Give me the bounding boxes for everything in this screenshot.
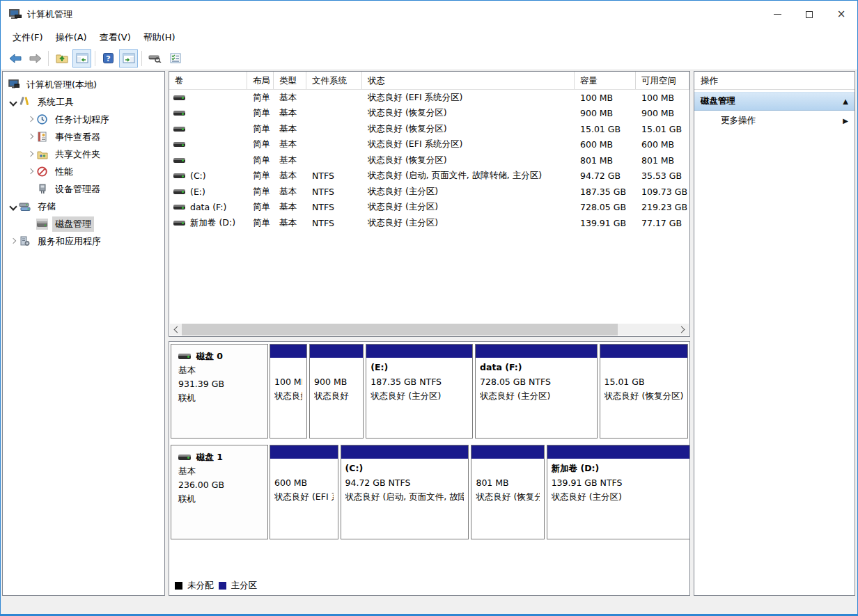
menu-action[interactable]: 操作(A) — [49, 29, 93, 47]
menu-file[interactable]: 文件(F) — [6, 29, 49, 47]
up-level-button[interactable] — [52, 49, 71, 68]
volume-row[interactable]: 简单 基本 状态良好 (EFI 系统分区) 600 MB 600 MB — [169, 137, 689, 153]
volume-row[interactable]: 新加卷 (D:) 简单 基本 NTFS 状态良好 (主分区) 139.91 GB… — [169, 215, 689, 231]
volume-icon — [173, 127, 185, 132]
chevron-collapsed-icon[interactable] — [25, 132, 36, 143]
maximize-button[interactable] — [793, 1, 825, 28]
scrollbar-track[interactable] — [182, 324, 677, 335]
partition-recovery2[interactable]: 15.01 GB 状态良好 (恢复分区) — [600, 344, 688, 439]
volume-name: (E:) — [190, 187, 205, 197]
minimize-button[interactable] — [761, 1, 793, 28]
tree-item-label: 存储 — [35, 199, 58, 214]
volume-fs: NTFS — [306, 187, 362, 197]
column-header-type[interactable]: 类型 — [274, 72, 306, 89]
volume-row[interactable]: 简单 基本 状态良好 (恢复分区) 801 MB 801 MB — [169, 152, 689, 168]
tree-item-storage[interactable]: 存储 — [3, 198, 164, 215]
column-header-status[interactable]: 状态 — [362, 72, 575, 89]
volume-free: 77.17 GB — [636, 218, 689, 228]
actions-section-disk-management[interactable]: 磁盘管理 ▲ — [694, 92, 855, 111]
submenu-arrow-icon: ▶ — [843, 117, 848, 125]
volume-type: 基本 — [274, 139, 306, 150]
volume-row[interactable]: (E:) 简单 基本 NTFS 状态良好 (主分区) 187.35 GB 109… — [169, 184, 689, 200]
scrollbar-thumb[interactable] — [182, 324, 618, 335]
tree-item-event-viewer[interactable]: 事件查看器 — [3, 128, 164, 145]
tree-item-services-applications[interactable]: 服务和应用程序 — [3, 232, 164, 250]
partition-info: 728.05 GB NTFS — [480, 375, 592, 390]
event-viewer-icon — [36, 132, 48, 143]
chevron-expanded-icon[interactable] — [8, 97, 19, 108]
partition-label: data (F:) — [480, 361, 592, 375]
menu-view[interactable]: 查看(V) — [93, 29, 137, 47]
back-button[interactable] — [6, 49, 24, 68]
volume-capacity: 94.72 GB — [575, 171, 636, 181]
volume-capacity: 801 MB — [575, 155, 636, 166]
computer-management-window: 计算机管理 × 文件(F) 操作(A) 查看(V) 帮助(H) ? — [0, 0, 858, 616]
chevron-collapsed-icon[interactable] — [25, 166, 36, 177]
partition-e[interactable]: (E:) 187.35 GB NTFS 状态良好 (主分区) — [366, 344, 473, 439]
partition-status: 状态良好 — [274, 389, 302, 404]
chevron-collapsed-icon[interactable] — [25, 149, 36, 160]
partition-status: 状态良好 — [314, 389, 359, 404]
console-tree-toggle-button[interactable] — [72, 49, 91, 68]
disk-1-label[interactable]: 磁盘 1 基本 236.00 GB 联机 — [171, 445, 268, 539]
more-actions-item[interactable]: 更多操作 ▶ — [694, 111, 855, 130]
properties-list-button[interactable] — [166, 49, 185, 68]
status-bar — [1, 596, 857, 614]
tree-item-system-tools[interactable]: 系统工具 — [3, 93, 164, 111]
partition-efi[interactable]: 100 MB 状态良好 — [270, 344, 307, 439]
partition-recovery[interactable]: 801 MB 状态良好 (恢复分区) — [471, 445, 544, 539]
volume-layout: 简单 — [247, 123, 274, 135]
volume-row[interactable]: 简单 基本 状态良好 (恢复分区) 15.01 GB 15.01 GB — [169, 121, 689, 137]
volume-row[interactable]: (C:) 简单 基本 NTFS 状态良好 (启动, 页面文件, 故障转储, 主分… — [169, 168, 689, 184]
partition-info: 801 MB — [476, 476, 539, 491]
partition-d[interactable]: 新加卷 (D:) 139.91 GB NTFS 状态良好 (主分区) — [547, 445, 690, 539]
disk-size: 236.00 GB — [178, 478, 260, 492]
menu-help[interactable]: 帮助(H) — [137, 29, 182, 47]
scroll-left-arrow-icon[interactable] — [170, 324, 182, 335]
volume-row[interactable]: 简单 基本 状态良好 (恢复分区) 900 MB 900 MB — [169, 106, 689, 122]
forward-button[interactable] — [26, 49, 45, 68]
chevron-collapsed-icon[interactable] — [8, 236, 19, 247]
tree-item-device-manager[interactable]: 设备管理器 — [3, 180, 164, 198]
partition-efi[interactable]: 600 MB 状态良好 (EFI 系统分区) — [270, 445, 338, 539]
column-header-free-space[interactable]: 可用空间 — [636, 72, 689, 89]
chevron-collapsed-icon[interactable] — [25, 114, 36, 125]
action-pane-toggle-button[interactable] — [119, 49, 138, 68]
disk-0-row: 磁盘 0 基本 931.39 GB 联机 100 MB 状态良好 — [171, 344, 688, 439]
chevron-expanded-icon[interactable] — [8, 201, 19, 212]
volume-status: 状态良好 (主分区) — [362, 217, 575, 229]
partition-status: 状态良好 (恢复分区) — [604, 389, 683, 404]
volume-type: 基本 — [274, 170, 306, 182]
tree-item-task-scheduler[interactable]: 任务计划程序 — [3, 111, 164, 128]
volume-fs: NTFS — [306, 202, 362, 212]
close-button[interactable]: × — [825, 1, 857, 28]
scroll-right-arrow-icon[interactable] — [677, 324, 689, 335]
console-tree-pane: 计算机管理(本地) 系统工具 任务计划程序 — [2, 71, 165, 596]
partition-data-f[interactable]: data (F:) 728.05 GB NTFS 状态良好 (主分区) — [475, 344, 597, 439]
partition-type-bar — [476, 345, 596, 359]
tree-item-disk-management[interactable]: 磁盘管理 — [3, 215, 164, 232]
tree-item-computer-management[interactable]: 计算机管理(本地) — [3, 76, 164, 93]
column-header-layout[interactable]: 布局 — [247, 72, 274, 89]
volume-capacity: 187.35 GB — [575, 187, 636, 197]
volume-layout: 简单 — [247, 155, 274, 166]
volume-row[interactable]: data (F:) 简单 基本 NTFS 状态良好 (主分区) 728.05 G… — [169, 200, 689, 216]
disk-0-label[interactable]: 磁盘 0 基本 931.39 GB 联机 — [171, 344, 268, 439]
rescan-disks-button[interactable] — [146, 49, 164, 68]
partition-c[interactable]: (C:) 94.72 GB NTFS 状态良好 (启动, 页面文件, 故障转储,… — [341, 445, 469, 539]
partition-recovery[interactable]: 900 MB 状态良好 — [309, 344, 364, 439]
close-icon: × — [837, 9, 846, 19]
tree-item-shared-folders[interactable]: 共享文件夹 — [3, 145, 164, 163]
volume-row[interactable]: 简单 基本 状态良好 (EFI 系统分区) 100 MB 100 MB — [169, 90, 689, 106]
tree-item-performance[interactable]: 性能 — [3, 163, 164, 180]
volume-status: 状态良好 (启动, 页面文件, 故障转储, 主分区) — [362, 170, 575, 182]
volume-capacity: 139.91 GB — [575, 218, 636, 228]
collapse-section-icon[interactable]: ▲ — [843, 97, 848, 105]
column-header-capacity[interactable]: 容量 — [575, 72, 636, 89]
help-button[interactable]: ? — [99, 49, 118, 68]
legend-unallocated-label: 未分配 — [187, 580, 214, 592]
column-header-filesystem[interactable]: 文件系统 — [306, 72, 362, 89]
horizontal-scrollbar[interactable] — [170, 324, 689, 335]
help-icon: ? — [103, 53, 114, 63]
column-header-volume[interactable]: 卷 — [169, 72, 247, 89]
